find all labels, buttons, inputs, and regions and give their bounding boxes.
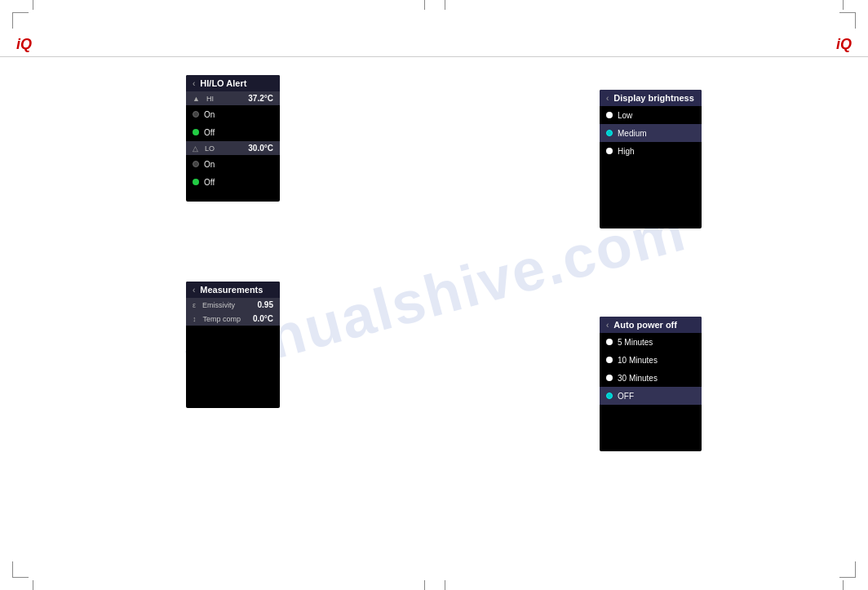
header: iQ iQ bbox=[0, 33, 868, 57]
brightness-low-dot bbox=[606, 112, 613, 118]
measurements-back-arrow: ‹ bbox=[193, 286, 195, 295]
autopoweroff-10min-label: 10 Minutes bbox=[618, 356, 695, 365]
lo-row: △ LO 30.0°C bbox=[186, 141, 280, 155]
hi-off-label: Off bbox=[204, 128, 273, 137]
tick-bottom-center-right bbox=[445, 580, 445, 590]
brightness-low-label: Low bbox=[618, 111, 695, 120]
brightness-medium-row: Medium bbox=[600, 124, 702, 142]
lo-off-row: Off bbox=[186, 173, 280, 191]
brightness-back-arrow: ‹ bbox=[606, 94, 609, 103]
brightness-high-dot bbox=[606, 148, 613, 154]
tick-top-left bbox=[33, 0, 33, 10]
lo-off-label: Off bbox=[204, 178, 273, 187]
measurements-title: Measurements bbox=[200, 285, 263, 295]
brightness-screen: ‹ Display brightness Low Medium High bbox=[600, 90, 702, 228]
logo-right: iQ bbox=[836, 36, 852, 53]
autopoweroff-5min-label: 5 Minutes bbox=[618, 338, 695, 347]
brightness-title: Display brightness bbox=[613, 93, 693, 103]
brightness-header: ‹ Display brightness bbox=[600, 90, 702, 106]
tick-top-center-left bbox=[424, 0, 425, 10]
brightness-medium-dot bbox=[606, 130, 613, 136]
hiloalert-header: ‹ HI/LO Alert bbox=[186, 75, 280, 91]
corner-mark-top-left bbox=[12, 12, 29, 29]
autopoweroff-off-row: OFF bbox=[600, 387, 702, 405]
lo-on-dot bbox=[193, 161, 199, 167]
brightness-low-row: Low bbox=[600, 106, 702, 124]
lo-icon: △ bbox=[193, 144, 198, 153]
hi-row: ▲ HI 37.2°C bbox=[186, 91, 280, 105]
hi-on-dot bbox=[193, 111, 199, 118]
measurements-header: ‹ Measurements bbox=[186, 282, 280, 298]
tempcomp-row: ↕ Temp comp 0.0°C bbox=[186, 312, 280, 326]
tick-bottom-right bbox=[843, 580, 844, 590]
autopoweroff-off-label: OFF bbox=[618, 392, 695, 401]
hi-on-label: On bbox=[204, 110, 273, 119]
hiloalert-back-arrow: ‹ bbox=[193, 79, 195, 88]
corner-mark-top-right bbox=[839, 12, 856, 29]
autopoweroff-5min-dot bbox=[606, 339, 613, 345]
hiloalert-screen: ‹ HI/LO Alert ▲ HI 37.2°C On Off △ LO 30… bbox=[186, 75, 280, 202]
autopoweroff-off-dot bbox=[606, 393, 613, 399]
autopoweroff-5min-row: 5 Minutes bbox=[600, 333, 702, 351]
autopoweroff-30min-label: 30 Minutes bbox=[618, 374, 695, 383]
emissivity-icon: ε bbox=[193, 301, 196, 309]
tick-top-center-right bbox=[445, 0, 445, 10]
tempcomp-icon: ↕ bbox=[193, 315, 197, 323]
corner-mark-bottom-left bbox=[12, 561, 29, 578]
emissivity-label: Emissivity bbox=[202, 301, 253, 309]
autopoweroff-header: ‹ Auto power off bbox=[600, 317, 702, 333]
tick-top-right bbox=[843, 0, 844, 10]
measurements-screen: ‹ Measurements ε Emissivity 0.95 ↕ Temp … bbox=[186, 282, 280, 408]
autopoweroff-back-arrow: ‹ bbox=[606, 321, 609, 330]
hi-off-row: Off bbox=[186, 123, 280, 141]
lo-label: LO bbox=[205, 144, 243, 153]
corner-mark-bottom-right bbox=[839, 561, 856, 578]
brightness-high-row: High bbox=[600, 142, 702, 160]
brightness-medium-label: Medium bbox=[618, 129, 695, 138]
lo-on-label: On bbox=[204, 160, 273, 169]
tempcomp-value: 0.0°C bbox=[253, 314, 273, 323]
emissivity-value: 0.95 bbox=[258, 300, 273, 309]
autopoweroff-30min-dot bbox=[606, 375, 613, 381]
autopoweroff-30min-row: 30 Minutes bbox=[600, 369, 702, 387]
autopoweroff-10min-row: 10 Minutes bbox=[600, 351, 702, 369]
logo-left: iQ bbox=[16, 36, 32, 53]
hiloalert-title: HI/LO Alert bbox=[200, 78, 246, 88]
autopoweroff-screen: ‹ Auto power off 5 Minutes 10 Minutes 30… bbox=[600, 317, 702, 451]
hi-on-row: On bbox=[186, 105, 280, 123]
tick-bottom-left bbox=[33, 580, 33, 590]
hi-value: 37.2°C bbox=[248, 94, 273, 103]
emissivity-row: ε Emissivity 0.95 bbox=[186, 298, 280, 312]
hi-label: HI bbox=[206, 95, 243, 103]
brightness-high-label: High bbox=[618, 147, 695, 156]
lo-value: 30.0°C bbox=[248, 144, 273, 153]
autopoweroff-10min-dot bbox=[606, 357, 613, 363]
lo-on-row: On bbox=[186, 155, 280, 173]
hi-icon: ▲ bbox=[193, 95, 200, 103]
hi-off-dot bbox=[193, 129, 199, 135]
tempcomp-label: Temp comp bbox=[203, 315, 248, 323]
tick-bottom-center-left bbox=[424, 580, 425, 590]
lo-off-dot bbox=[193, 179, 199, 185]
autopoweroff-title: Auto power off bbox=[613, 320, 677, 330]
